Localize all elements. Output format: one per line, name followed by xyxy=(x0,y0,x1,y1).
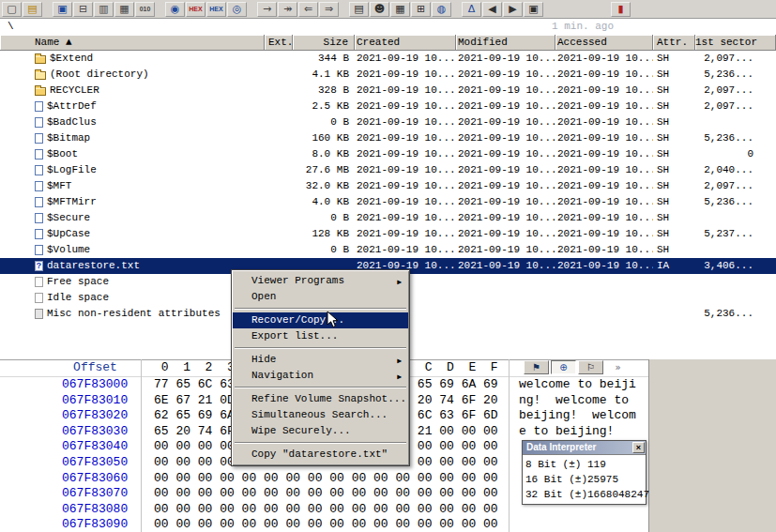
cell-size: 328 B xyxy=(293,83,355,99)
table-row[interactable]: (Root directory) 4.1 KB 2021-09-19 10...… xyxy=(0,67,776,83)
cell-created: 2021-09-19 10... xyxy=(355,130,456,146)
table-row[interactable]: $Bitmap 160 KB 2021-09-19 10... 2021-09-… xyxy=(0,130,776,146)
bookmark-flag-button[interactable]: ⚑ xyxy=(524,360,549,374)
menu-item-open[interactable]: Open xyxy=(233,289,408,305)
goto-offset-button[interactable]: → xyxy=(257,2,277,17)
camera-button[interactable]: ▣ xyxy=(524,2,543,17)
scales-button[interactable]: Δ xyxy=(462,2,481,17)
hex-bytes[interactable]: 00 00 00 00 00 00 00 00 00 00 00 00 00 0… xyxy=(154,502,501,518)
menu-item-refine-volume-snapshot[interactable]: Refine Volume Snapshot... xyxy=(233,391,408,407)
table-row[interactable]: $MFT 32.0 KB 2021-09-19 10... 2021-09-19… xyxy=(0,178,776,194)
menu-item-export-list[interactable]: Export list... xyxy=(233,328,408,344)
cell-attr: SH xyxy=(653,226,695,242)
current-path: \ xyxy=(8,19,14,35)
hex-text-preview[interactable]: beijing! welcom xyxy=(519,408,639,424)
hex-bytes[interactable]: 00 00 00 00 00 00 00 00 00 00 00 00 00 0… xyxy=(154,517,501,532)
table-row[interactable]: $UpCase 128 KB 2021-09-19 10... 2021-09-… xyxy=(0,226,776,242)
table-row[interactable]: $Secure 0 B 2021-09-19 10... 2021-09-19 … xyxy=(0,210,776,226)
column-header-name[interactable]: Name ▲ xyxy=(0,35,265,51)
cell-created: 2021-09-19 10... xyxy=(355,114,456,130)
file-name: Idle space xyxy=(47,290,109,306)
forward-button[interactable]: ⇒ xyxy=(319,2,339,17)
table-row[interactable]: $LogFile 27.6 MB 2021-09-19 10... 2021-0… xyxy=(0,162,776,178)
cell-created: 2021-09-19 10... xyxy=(355,67,456,83)
file-name: $MFTMirr xyxy=(47,194,97,210)
notes-button[interactable]: ▦ xyxy=(390,2,410,17)
menu-item-recover-copy[interactable]: Recover/Copy... xyxy=(233,312,408,328)
save-button[interactable]: ▣ xyxy=(53,2,72,17)
hex-text-preview[interactable]: ng! welcome to xyxy=(519,393,639,409)
menu-item-viewer-programs[interactable]: Viewer Programs ▶ xyxy=(233,273,408,289)
table-row[interactable]: $Extend 344 B 2021-09-19 10... 2021-09-1… xyxy=(0,51,776,67)
hex-text-preview[interactable]: e to beijing! xyxy=(519,424,639,440)
column-header-1st-sector[interactable]: 1st sector xyxy=(695,35,776,51)
menu-item-wipe-securely[interactable]: Wipe Securely... xyxy=(233,423,408,439)
help-book-button[interactable]: ▮ xyxy=(611,2,631,17)
more-options-button[interactable]: » xyxy=(605,360,631,374)
cell-size: 4.0 KB xyxy=(293,194,355,210)
cell-size: 0 B xyxy=(293,242,355,258)
interpreter-label: 16 Bit (±) xyxy=(525,472,580,487)
open-folder-button[interactable]: ▤ xyxy=(23,2,42,17)
file-name: (Root directory) xyxy=(50,67,149,83)
new-file-button[interactable]: ▢ xyxy=(2,2,22,17)
magnifier-button[interactable]: ◍ xyxy=(432,2,451,17)
table-row[interactable]: $MFTMirr 4.0 KB 2021-09-19 10... 2021-09… xyxy=(0,194,776,210)
flag-outline-button[interactable]: ⚐ xyxy=(578,360,603,374)
file-name: Free space xyxy=(47,274,109,290)
cell-modified: 2021-09-19 10... xyxy=(456,194,555,210)
column-header-size[interactable]: Size xyxy=(293,35,355,51)
cell-1st-sector: 2,097... xyxy=(695,178,776,194)
table-row[interactable]: RECYCLER 328 B 2021-09-19 10... 2021-09-… xyxy=(0,83,776,99)
prev-button[interactable]: ◀ xyxy=(482,2,502,17)
paste-into-new-button[interactable]: ▦ xyxy=(114,2,134,17)
menu-item-label: Simultaneous Search... xyxy=(251,409,388,420)
table-row[interactable]: $BadClus 0 B 2021-09-19 10... 2021-09-19… xyxy=(0,114,776,130)
calculator-button[interactable]: ⊞ xyxy=(411,2,431,17)
column-header-attr[interactable]: Attr. xyxy=(653,35,695,51)
users-button[interactable]: ☻ xyxy=(370,2,389,17)
back-button[interactable]: ⇐ xyxy=(298,2,318,17)
hex-bytes[interactable]: 00 00 00 00 00 00 00 00 00 00 00 00 00 0… xyxy=(154,471,501,487)
cell-attr: SH xyxy=(653,194,695,210)
next-button[interactable]: ▶ xyxy=(503,2,523,17)
column-header-created[interactable]: Created xyxy=(355,35,456,51)
find-hex-button[interactable]: HEX xyxy=(186,2,205,17)
column-header-ext[interactable]: Ext. xyxy=(265,35,293,51)
menu-item-navigation[interactable]: Navigation ▶ xyxy=(233,368,408,384)
menu-item-hide[interactable]: Hide ▶ xyxy=(233,352,408,368)
cell-modified: 2021-09-19 10... xyxy=(456,258,555,274)
copy-button[interactable]: ⊟ xyxy=(73,2,93,17)
replace-hex-button[interactable]: HEX xyxy=(206,2,226,17)
close-icon[interactable]: × xyxy=(632,442,645,453)
file-name: $LogFile xyxy=(47,162,97,178)
cell-attr xyxy=(653,290,695,306)
table-row[interactable]: $Volume 0 B 2021-09-19 10... 2021-09-19 … xyxy=(0,242,776,258)
file-name: $UpCase xyxy=(47,226,90,242)
print-button[interactable]: ▤ xyxy=(349,2,369,17)
cell-attr: SH xyxy=(653,242,695,258)
column-header-modified[interactable]: Modified xyxy=(456,35,555,51)
menu-item-copy-filename[interactable]: Copy "datarestore.txt" xyxy=(233,447,408,463)
data-interpreter-titlebar[interactable]: Data Interpreter × xyxy=(523,441,646,454)
cell-modified: 2021-09-19 10... xyxy=(456,178,555,194)
hex-bytes[interactable]: 00 00 00 00 00 00 00 00 00 00 00 00 00 0… xyxy=(154,486,501,502)
main-toolbar: ▢ ▤ ▣ ⊟ ▥ ▦ 010 ◉ HEX HEX ◎ → ↠ xyxy=(0,0,776,19)
column-header-accessed[interactable]: Accessed xyxy=(555,35,653,51)
goto-end-button[interactable]: ↠ xyxy=(278,2,297,17)
hex-text-preview[interactable]: welcome to beiji xyxy=(519,377,639,393)
cell-accessed: 2021-09-19 10... xyxy=(555,242,653,258)
binary-010-button[interactable]: 010 xyxy=(135,2,155,17)
paste-button[interactable]: ▥ xyxy=(94,2,114,17)
table-row[interactable]: $Boot 8.0 KB 2021-09-19 10... 2021-09-19… xyxy=(0,146,776,162)
cell-attr: SH xyxy=(653,51,695,67)
table-row[interactable]: $AttrDef 2.5 KB 2021-09-19 10... 2021-09… xyxy=(0,99,776,114)
menu-item-simultaneous-search[interactable]: Simultaneous Search... xyxy=(233,407,408,423)
cell-created: 2021-09-19 10... xyxy=(355,226,456,242)
find-text-button[interactable]: ◉ xyxy=(165,2,185,17)
cell-attr: SH xyxy=(653,67,695,83)
find-next-button[interactable]: ◎ xyxy=(227,2,247,17)
zoom-in-button[interactable]: ⊕ xyxy=(551,360,576,374)
cell-created: 2021-09-19 10... xyxy=(355,83,456,99)
cell-accessed: 2021-09-19 10... xyxy=(555,226,653,242)
